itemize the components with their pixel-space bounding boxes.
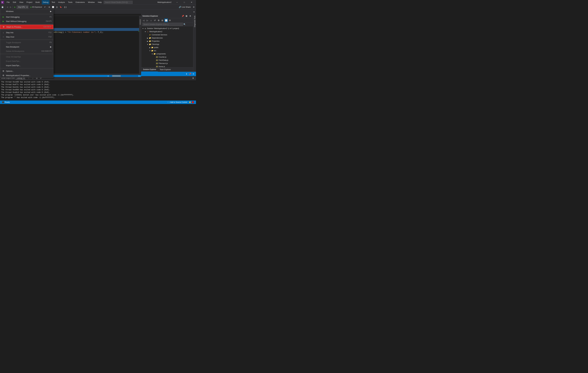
tree-item-connected[interactable]: ▶ ⚡ Connected Services [141, 33, 193, 36]
menu-search-input[interactable] [104, 1, 133, 4]
toolbar-back-btn[interactable]: ◁ [6, 5, 9, 9]
source-control-item[interactable]: ↑ ↑ Add to Source Control [167, 101, 188, 104]
output-pin-btn[interactable]: 📌 [189, 73, 191, 75]
toolbar-start-debug-btn[interactable]: ▶ [13, 5, 16, 9]
toolbar-save-btn[interactable]: 💾 [0, 5, 4, 9]
h-scroll-right[interactable]: ▷ [139, 75, 140, 77]
output-close-btn[interactable]: ✕ [192, 73, 195, 75]
start-no-debug-icon: ▶ [2, 20, 5, 22]
dropdown-step-into[interactable]: ↓ Step Into F11 [0, 30, 53, 35]
se-toolbar-back[interactable]: ◁ [142, 19, 145, 22]
diag-tools: Diagnostic Tools [193, 14, 196, 72]
liveshare-button[interactable]: 🔗 Live Share [178, 6, 192, 8]
iis-express-btn[interactable]: ▶ IIS Express ▾ [30, 5, 43, 9]
fetchdatajs-icon: JS [156, 59, 158, 61]
solution-icon: ⊟ [144, 27, 147, 30]
bottom-scrollbar-thumb[interactable] [112, 75, 121, 77]
output-line-4: The thread 0xe068 has exited with code 0… [1, 89, 195, 91]
menu-extensions[interactable]: Extensions [74, 0, 86, 4]
menu-build[interactable]: Build [34, 0, 41, 4]
se-toolbar-refresh[interactable]: ↺ [153, 19, 157, 22]
se-toolbar-forward[interactable]: ▷ [146, 19, 149, 22]
se-search: 🔍 [141, 22, 193, 26]
maximize-button[interactable]: □ [181, 0, 188, 5]
minimize-button[interactable]: ─ [174, 0, 180, 5]
dropdown-attach-process[interactable]: ⚙ Attach to Process... Ctrl+Alt+P [0, 25, 53, 29]
toolbar-extra2[interactable]: ⬜ [51, 5, 55, 9]
se-toolbar-preview[interactable]: ⬜ [164, 19, 168, 22]
tree-item-fibonaccijs[interactable]: ▶ JS Fibonacci.js [141, 62, 193, 65]
toolbar-settings-btn[interactable]: ⚙ [192, 5, 195, 9]
se-toolbar-props[interactable]: ⚙ [168, 19, 172, 22]
menu-test[interactable]: Test [50, 0, 56, 4]
menu-file[interactable]: File [5, 0, 11, 4]
toolbar-extra5[interactable]: ❙❙ [63, 5, 68, 9]
start-no-debug-label: Start Without Debugging [6, 20, 26, 22]
se-dock-btn[interactable]: ⊞ [185, 14, 188, 18]
se-tab-solution-explorer[interactable]: Solution Explorer [141, 67, 158, 72]
se-search-icon[interactable]: 🔍 [183, 23, 186, 25]
h-scroll-left[interactable]: ◁ [107, 75, 109, 77]
dropdown-start-no-debug[interactable]: ▶ Start Without Debugging Ctrl+F5 [0, 19, 53, 23]
menu-edit[interactable]: Edit [12, 0, 17, 4]
menu-tools[interactable]: Tools [67, 0, 74, 4]
menu-project[interactable]: Project [25, 0, 33, 4]
menu-view[interactable]: View [18, 0, 24, 4]
editor-scrollbar[interactable] [139, 16, 141, 74]
dropdown-windows[interactable]: Windows ▶ [0, 9, 53, 13]
tree-item-components[interactable]: ▼ 📁 components [141, 52, 193, 55]
tree-item-homejs[interactable]: ▶ JS Home.js [141, 65, 193, 67]
se-tab-team-explorer[interactable]: Team Explorer [158, 67, 172, 72]
toolbar-extra4[interactable]: 🔖 [59, 5, 63, 9]
attach-label: Attach to Process... [6, 26, 22, 28]
se-pin-btn[interactable]: 📌 [181, 14, 184, 18]
dropdown-step-over[interactable]: → Step Over F10 [0, 35, 53, 39]
tab-dropdown-btn[interactable]: ▾ [192, 10, 195, 14]
se-toolbar-home[interactable]: ⌂ [149, 19, 153, 22]
title-bar: V File Edit View Project Build Debug Tes… [0, 0, 196, 5]
notification-count: 2 [192, 101, 194, 104]
output-dropdown-btn[interactable]: ▾ [185, 73, 188, 75]
scrollbar-thumb[interactable] [140, 19, 141, 25]
se-toolbar-filter[interactable]: ⊞ [161, 19, 164, 22]
toolbar-forward-btn[interactable]: ▷ [9, 5, 12, 9]
menu-debug[interactable]: Debug [42, 0, 50, 4]
dropdown-start-debug[interactable]: ▶ Start Debugging F5 [0, 15, 53, 19]
output-scroll-btn[interactable]: ⬇ [191, 76, 195, 80]
refresh-btn[interactable]: ↺ [43, 5, 46, 9]
dropdown-import-datatips[interactable]: Import DataTips... [0, 63, 53, 68]
dependencies-label: Dependencies [152, 37, 163, 39]
se-close-btn[interactable]: ✕ [189, 14, 192, 18]
dropdown-properties[interactable]: ⚙ WebApplication2 Properties... [0, 73, 53, 78]
dropdown-new-bp[interactable]: New Breakpoint ▶ [0, 45, 53, 49]
tree-item-properties[interactable]: ▶ 📁 Properties [141, 40, 193, 43]
new-bp-arrow: ▶ [50, 46, 52, 48]
tree-item-webapp2[interactable]: ▼ ⬡ WebApplication2 [141, 30, 193, 33]
tree-item-dependencies[interactable]: ▶ 📁 Dependencies [141, 36, 193, 40]
chevron-fetchdatajs: ▶ [153, 59, 156, 61]
homejs-icon: JS [156, 65, 158, 67]
dropdown-options[interactable]: ⚙ Options... [0, 69, 53, 73]
toolbar-extra3[interactable]: ||| [55, 5, 58, 9]
menu-analyze[interactable]: Analyze [57, 0, 66, 4]
output-line-1: The thread 0xcb00 has exited with code 0… [1, 81, 195, 83]
notifications-item[interactable]: 🔔 2 [188, 101, 195, 104]
se-toolbar-settings[interactable]: ⚙ [157, 19, 160, 22]
se-search-input[interactable] [142, 23, 183, 26]
tree-item-solution[interactable]: ▼ ⊟ Solution 'WebApplication2' (1 of 1 p… [141, 27, 193, 30]
tree-item-clientapp[interactable]: ▼ 📁 ClientApp [141, 43, 193, 46]
tree-item-src[interactable]: ▼ 📁 src [141, 49, 193, 52]
tree-item-counterjs[interactable]: ▶ JS Counter.js [141, 55, 193, 59]
src-label: src [154, 50, 156, 52]
start-debug-shortcut: F5 [50, 16, 52, 18]
cpu-config-select[interactable]: Any CPU [17, 5, 28, 9]
close-button[interactable]: ✕ [188, 0, 195, 5]
tree-item-fetchdatajs[interactable]: ▶ JS FetchData.js [141, 59, 193, 62]
menu-window[interactable]: Window [87, 0, 96, 4]
bottom-scrollbar[interactable] [109, 75, 138, 77]
output-controls: ▾ 📌 ✕ [185, 73, 195, 75]
tree-item-public[interactable]: ▶ 📁 public [141, 46, 193, 49]
menu-help[interactable]: Help [97, 0, 103, 4]
toolbar-extra1[interactable]: ⊞ [48, 5, 51, 9]
dropdown-toggle-bp: Toggle Breakpoint F9 [0, 40, 53, 45]
